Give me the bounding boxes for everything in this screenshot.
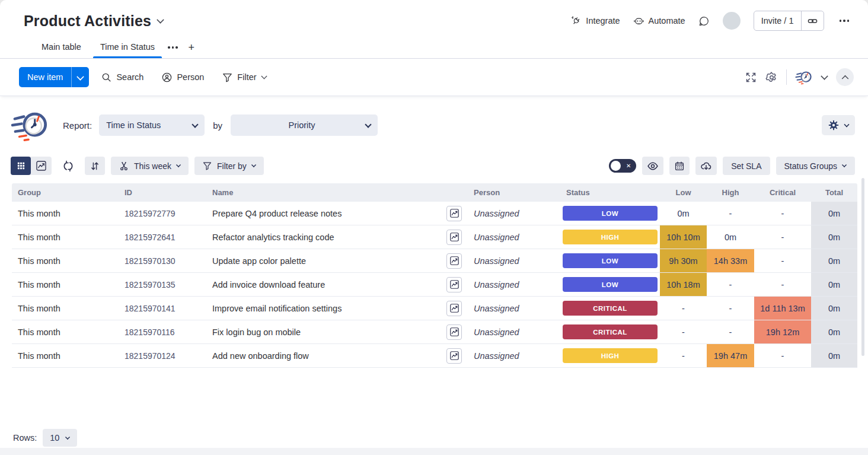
tab-main-table[interactable]: Main table — [33, 37, 90, 58]
chart-view-button[interactable] — [31, 157, 52, 175]
cell-id[interactable]: 18215970141 — [119, 297, 206, 320]
cell-name[interactable]: Add invoice download feature — [206, 273, 468, 296]
group-by-select[interactable]: Priority — [231, 114, 378, 136]
row-chart-button[interactable] — [446, 324, 462, 340]
cell-total: 0m — [811, 202, 857, 225]
new-item-dropdown[interactable] — [71, 67, 89, 87]
calendar-button[interactable] — [669, 157, 690, 175]
refresh-icon — [62, 160, 74, 172]
col-header-name[interactable]: Name — [206, 183, 468, 202]
cell-group[interactable]: This month — [12, 202, 119, 225]
item-name: Fix login bug on mobile — [212, 327, 301, 337]
cell-status: CRITICAL — [560, 320, 660, 343]
person-filter-button[interactable]: Person — [155, 68, 210, 87]
rows-per-page-select[interactable]: 10 — [43, 429, 77, 447]
cell-name[interactable]: Fix login bug on mobile — [206, 320, 468, 343]
cell-id[interactable]: 18215970130 — [119, 249, 206, 272]
cell-name[interactable]: Improve email notification settings — [206, 297, 468, 320]
cell-id[interactable]: 18215970124 — [119, 344, 206, 367]
chat-button[interactable] — [698, 15, 710, 27]
integrate-button[interactable]: Integrate — [570, 15, 620, 27]
cell-group[interactable]: This month — [12, 273, 119, 296]
settings-gear-icon[interactable] — [765, 71, 778, 84]
cell-status: LOW — [560, 249, 660, 272]
set-sla-button[interactable]: Set SLA — [723, 157, 770, 175]
col-header-status[interactable]: Status — [560, 183, 660, 202]
board-more-menu[interactable] — [837, 17, 852, 24]
col-header-critical[interactable]: Critical — [754, 183, 811, 202]
report-type-select[interactable]: Time in Status — [99, 114, 205, 136]
tab-time-in-status[interactable]: Time in Status — [92, 37, 163, 58]
sort-button[interactable] — [85, 157, 105, 175]
vertical-scrollbar[interactable] — [861, 178, 864, 356]
refresh-button[interactable] — [58, 157, 79, 175]
cell-low: 10h 18m — [660, 273, 707, 296]
cell-group[interactable]: This month — [12, 225, 119, 249]
chat-bubble-icon — [698, 15, 710, 27]
copy-link-button[interactable] — [802, 11, 824, 30]
report-settings-button[interactable] — [822, 115, 855, 135]
tab-options-menu[interactable] — [165, 43, 180, 52]
row-chart-button[interactable] — [446, 301, 462, 316]
cell-name[interactable]: Update app color palette — [206, 249, 468, 272]
cell-person[interactable]: Unassigned — [468, 202, 560, 225]
cell-name[interactable]: Refactor analytics tracking code — [206, 225, 468, 249]
row-chart-button[interactable] — [446, 277, 462, 292]
table-view-button[interactable] — [11, 157, 31, 175]
row-chart-button[interactable] — [446, 206, 462, 221]
col-header-high[interactable]: High — [707, 183, 754, 202]
cell-person[interactable]: Unassigned — [468, 273, 560, 296]
cell-person[interactable]: Unassigned — [468, 320, 560, 343]
row-chart-button[interactable] — [446, 230, 462, 245]
status-badge[interactable]: CRITICAL — [563, 301, 658, 316]
status-badge[interactable]: HIGH — [563, 348, 658, 363]
cell-name[interactable]: Add new onboarding flow — [206, 344, 468, 367]
cell-group[interactable]: This month — [12, 249, 119, 272]
row-chart-button[interactable] — [446, 253, 462, 269]
fullscreen-icon[interactable] — [745, 71, 757, 84]
col-header-total[interactable]: Total — [811, 183, 857, 202]
avatar[interactable] — [723, 12, 741, 30]
col-header-id[interactable]: ID — [119, 183, 206, 202]
status-badge[interactable]: LOW — [563, 253, 658, 268]
col-header-low[interactable]: Low — [660, 183, 707, 202]
display-toggle[interactable]: ✕ — [609, 159, 636, 173]
date-range-select[interactable]: This week — [111, 157, 189, 175]
cell-id[interactable]: 18215970116 — [119, 320, 206, 343]
cell-group[interactable]: This month — [12, 320, 119, 343]
chevron-down-icon — [261, 73, 267, 79]
filter-by-button[interactable]: Filter by — [194, 157, 264, 175]
chevron-down-icon[interactable] — [821, 72, 828, 79]
cell-name[interactable]: Prepare Q4 product release notes — [206, 202, 468, 225]
board-header: Product Activities — [0, 0, 868, 58]
new-item-button[interactable]: New item — [19, 67, 71, 87]
status-badge[interactable]: HIGH — [563, 230, 658, 244]
cell-person[interactable]: Unassigned — [468, 249, 560, 272]
collapse-view-button[interactable] — [836, 68, 854, 86]
col-header-person[interactable]: Person — [468, 183, 560, 202]
cell-group[interactable]: This month — [12, 344, 119, 367]
add-view-button[interactable]: + — [183, 40, 201, 55]
time-in-status-app-icon[interactable] — [795, 69, 813, 85]
status-groups-button[interactable]: Status Groups — [776, 157, 856, 175]
filter-button[interactable]: Filter — [216, 68, 273, 87]
export-button[interactable] — [695, 157, 717, 175]
cell-id[interactable]: 18215972641 — [119, 225, 206, 249]
visibility-button[interactable] — [642, 157, 663, 175]
cell-person[interactable]: Unassigned — [468, 297, 560, 320]
cell-id[interactable]: 18215970135 — [119, 273, 206, 296]
status-badge[interactable]: CRITICAL — [563, 324, 658, 339]
cell-group[interactable]: This month — [12, 297, 119, 320]
search-button[interactable]: Search — [95, 68, 149, 87]
automate-button[interactable]: Automate — [633, 15, 685, 27]
cell-person[interactable]: Unassigned — [468, 344, 560, 367]
table-row: This month 18215970135 Add invoice downl… — [12, 273, 857, 297]
row-chart-button[interactable] — [446, 348, 462, 364]
board-title-menu[interactable]: Product Activities — [24, 12, 164, 30]
cell-id[interactable]: 18215972779 — [119, 202, 206, 225]
invite-button[interactable]: Invite / 1 — [754, 11, 802, 30]
status-badge[interactable]: LOW — [563, 206, 658, 221]
status-badge[interactable]: LOW — [563, 277, 658, 292]
col-header-group[interactable]: Group — [12, 183, 119, 202]
cell-person[interactable]: Unassigned — [468, 225, 560, 249]
